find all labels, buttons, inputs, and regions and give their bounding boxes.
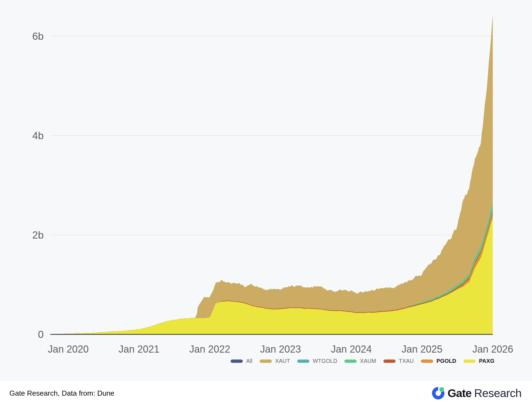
legend-label-wtgold: WTGOLD [313, 358, 337, 364]
y-tick-6b: 6b [32, 31, 44, 42]
x-axis-labels: Jan 2020Jan 2021Jan 2022Jan 2023Jan 2024… [48, 343, 513, 355]
chart-page: 02b4b6b Jan 2020Jan 2021Jan 2022Jan 2023… [0, 0, 532, 407]
brand-name-bold: Gate [447, 387, 471, 400]
legend-swatch-paxg [463, 360, 476, 363]
legend-item-paxg[interactable]: PAXG [463, 358, 494, 364]
legend-swatch-xaut [260, 360, 272, 363]
legend-swatch-pgold [421, 360, 433, 363]
y-tick-4b: 4b [32, 130, 44, 141]
x-tick-jan-2025: Jan 2025 [402, 343, 443, 355]
legend-label-pgold: PGOLD [436, 358, 456, 364]
chart-legend: AllXAUTWTGOLDXAUMTXAUPGOLDPAXG [231, 358, 494, 364]
x-tick-jan-2020: Jan 2020 [48, 343, 89, 355]
legend-swatch-all [231, 360, 243, 363]
stacked-area-chart[interactable]: 02b4b6b Jan 2020Jan 2021Jan 2022Jan 2023… [0, 0, 532, 381]
x-tick-jan-2021: Jan 2021 [118, 343, 159, 355]
y-tick-0: 0 [38, 329, 44, 340]
legend-item-wtgold[interactable]: WTGOLD [297, 358, 337, 364]
legend-label-xaut: XAUT [275, 358, 290, 364]
legend-label-txau: TXAU [399, 358, 414, 364]
legend-item-pgold[interactable]: PGOLD [421, 358, 456, 364]
area-xaut [51, 16, 493, 334]
x-tick-jan-2023: Jan 2023 [260, 343, 301, 355]
x-tick-jan-2026: Jan 2026 [472, 343, 513, 355]
gate-research-logo: Gate Research [432, 387, 522, 400]
source-attribution: Gate Research, Data from: Dune [9, 389, 114, 398]
area-series [51, 16, 493, 334]
legend-label-paxg: PAXG [479, 358, 494, 364]
legend-item-all[interactable]: All [231, 358, 252, 364]
legend-label-all: All [246, 358, 252, 364]
footer: Gate Research, Data from: Dune Gate Rese… [0, 381, 532, 407]
legend-label-xaum: XAUM [360, 358, 376, 364]
y-axis-labels: 02b4b6b [32, 31, 44, 340]
legend-item-txau[interactable]: TXAU [383, 358, 414, 364]
legend-item-xaum[interactable]: XAUM [344, 358, 376, 364]
legend-swatch-xaum [344, 360, 357, 363]
brand-name-regular: Research [474, 387, 522, 400]
legend-swatch-txau [383, 360, 396, 363]
y-tick-2b: 2b [32, 229, 44, 241]
gate-logo-icon [432, 387, 445, 400]
legend-item-xaut[interactable]: XAUT [260, 358, 290, 364]
legend-swatch-wtgold [297, 360, 309, 363]
gridlines [51, 36, 493, 235]
x-tick-jan-2022: Jan 2022 [189, 343, 230, 355]
x-tick-jan-2024: Jan 2024 [331, 343, 372, 355]
